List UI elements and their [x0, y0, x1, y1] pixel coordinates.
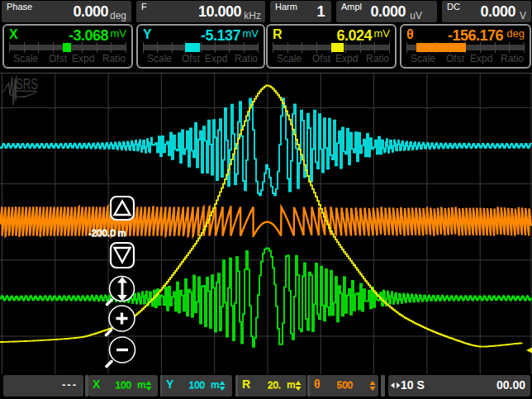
svg-text:-200.0 m: -200.0 m [88, 228, 126, 238]
svg-text:SRS: SRS [16, 75, 38, 93]
